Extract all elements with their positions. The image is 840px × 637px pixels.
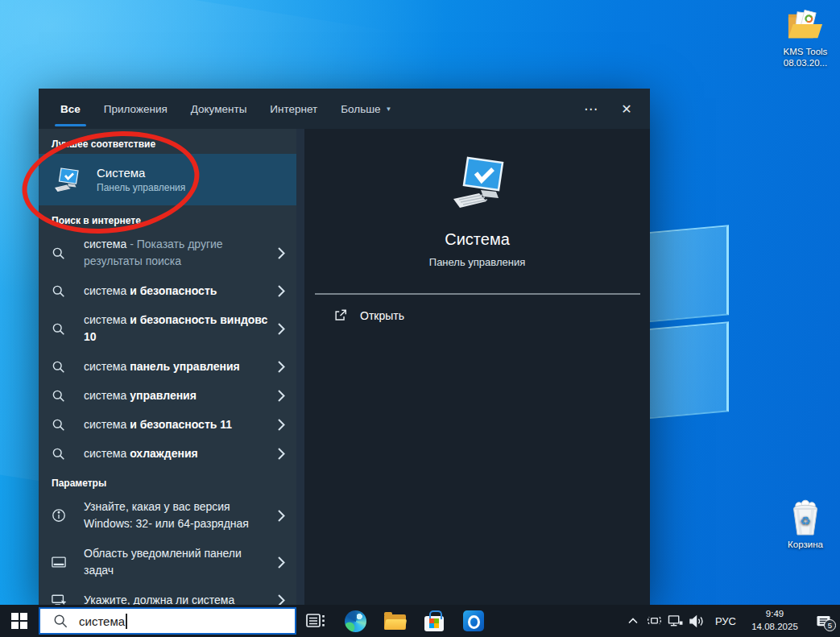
text-cursor — [126, 614, 127, 629]
search-results-panel: Лучшее соответствие Система Панель управ… — [39, 129, 296, 605]
suggestion-row[interactable]: система и безопасность виндовс 10 — [39, 305, 296, 352]
ellipsis-icon: ⋯ — [584, 101, 598, 118]
display-settings-icon — [52, 594, 66, 605]
file-explorer-button[interactable] — [382, 605, 408, 637]
tray-network-button[interactable] — [664, 605, 685, 637]
suggestion-row[interactable]: система панель управления — [39, 352, 296, 381]
tray-display-sync-button[interactable] — [643, 605, 664, 637]
tray-show-hidden-icons-button[interactable] — [623, 605, 643, 637]
desktop-icon-kms-tools[interactable]: KMS Tools 08.03.20... — [770, 8, 840, 69]
suggestion-row[interactable]: система и безопасность 11 — [39, 410, 296, 439]
tray-date: 14.08.2025 — [751, 621, 798, 634]
desktop-icon-label: KMS Tools — [770, 46, 840, 57]
tray-volume-button[interactable] — [685, 605, 708, 637]
tab-web[interactable]: Интернет — [270, 89, 317, 129]
desktop-icon-label: Корзина — [770, 539, 840, 550]
windows-start-icon — [11, 613, 27, 629]
network-ethernet-icon — [668, 614, 683, 628]
svg-text:♻: ♻ — [800, 514, 810, 527]
open-window-icon — [333, 308, 348, 323]
result-preview-panel: Система Панель управления Открыть — [304, 129, 650, 605]
search-query-text: система — [79, 614, 125, 628]
task-view-button[interactable] — [303, 605, 329, 637]
search-icon — [52, 418, 66, 432]
open-action[interactable]: Открыть — [304, 308, 650, 323]
suggestion-row[interactable]: система охлаждения — [39, 439, 296, 468]
best-match-subtitle: Панель управления — [97, 182, 185, 193]
task-view-icon — [306, 612, 325, 630]
edge-browser-button[interactable] — [342, 605, 368, 637]
volume-icon — [689, 614, 705, 628]
search-icon — [52, 389, 66, 403]
best-match-result-system[interactable]: Система Панель управления — [39, 154, 296, 205]
suggestion-row[interactable]: система управления — [39, 381, 296, 410]
tray-clock[interactable]: 9:49 14.08.2025 — [743, 605, 806, 637]
preview-subtitle: Панель управления — [429, 256, 525, 268]
start-button[interactable] — [0, 605, 39, 637]
tab-documents[interactable]: Документы — [191, 89, 247, 129]
action-center-button[interactable]: 5 — [806, 605, 840, 637]
search-icon — [52, 360, 66, 374]
taskbar-search-input[interactable]: система — [39, 607, 296, 635]
chevron-right-icon — [278, 448, 285, 460]
section-header-web-search: Поиск в интернете — [52, 215, 283, 226]
preview-title: Система — [445, 230, 510, 249]
tab-all[interactable]: Все — [60, 89, 81, 129]
microsoft-store-icon — [424, 616, 444, 631]
chevron-right-icon — [278, 594, 285, 605]
search-icon — [52, 284, 66, 298]
best-match-title: Система — [97, 166, 185, 180]
taskbar: система — [0, 605, 840, 637]
tab-apps[interactable]: Приложения — [104, 89, 168, 129]
chevron-right-icon — [278, 390, 285, 402]
info-icon — [52, 508, 66, 523]
open-action-label: Открыть — [360, 309, 404, 322]
suggestion-row[interactable]: система и безопасность — [39, 276, 296, 305]
close-button[interactable]: ✕ — [613, 89, 640, 129]
settings-result-row[interactable]: Узнайте, какая у вас версия Windows: 32-… — [39, 492, 296, 539]
chevron-right-icon — [278, 556, 285, 569]
notification-count-badge: 5 — [824, 619, 836, 631]
system-computer-icon-large — [449, 153, 507, 211]
search-filter-tab-bar: Все Приложения Документы Интернет Больше… — [39, 89, 650, 129]
folder-icon — [787, 8, 824, 43]
windows-logo-pane-top — [643, 225, 729, 322]
close-icon: ✕ — [621, 101, 631, 117]
section-header-settings: Параметры — [52, 478, 283, 489]
system-computer-icon — [52, 165, 81, 194]
chevron-up-icon — [628, 618, 638, 624]
search-icon — [52, 447, 66, 461]
taskbar-icon — [52, 556, 66, 569]
tray-language-indicator[interactable]: РУС — [708, 605, 743, 637]
microsoft-store-button[interactable] — [421, 605, 447, 637]
search-icon — [53, 614, 68, 628]
chevron-right-icon — [278, 510, 285, 522]
options-ellipsis-button[interactable]: ⋯ — [577, 89, 605, 129]
chevron-right-icon — [278, 323, 285, 335]
tray-time: 9:49 — [766, 608, 784, 621]
outlook-button[interactable] — [461, 605, 486, 637]
file-explorer-icon — [384, 613, 406, 630]
preview-divider — [315, 293, 640, 295]
desktop-icon-label-2: 08.03.20... — [770, 57, 840, 68]
display-sync-icon — [647, 614, 662, 628]
settings-result-row[interactable]: Укажите, должна ли система — [39, 585, 296, 605]
suggestion-row[interactable]: система - Показать другие результаты пои… — [39, 230, 296, 276]
chevron-right-icon — [278, 361, 285, 373]
search-flyout-window: Все Приложения Документы Интернет Больше… — [39, 89, 650, 605]
edge-icon — [345, 610, 366, 632]
section-header-best-match: Лучшее соответствие — [52, 139, 283, 150]
chevron-right-icon — [278, 419, 285, 431]
search-icon — [52, 322, 66, 336]
chevron-right-icon — [278, 247, 285, 259]
search-icon — [52, 246, 66, 260]
settings-result-row[interactable]: Область уведомлений панели задач — [39, 539, 296, 585]
chevron-down-icon: ▼ — [386, 105, 392, 113]
outlook-icon — [463, 610, 484, 631]
windows-logo-pane-bottom — [643, 321, 729, 419]
desktop-icon-recycle-bin[interactable]: ♻ Корзина — [770, 499, 840, 550]
chevron-right-icon — [278, 285, 285, 297]
recycle-bin-icon: ♻ — [788, 499, 823, 536]
results-scrollbar[interactable] — [296, 129, 304, 605]
tab-more[interactable]: Больше ▼ — [341, 89, 391, 129]
